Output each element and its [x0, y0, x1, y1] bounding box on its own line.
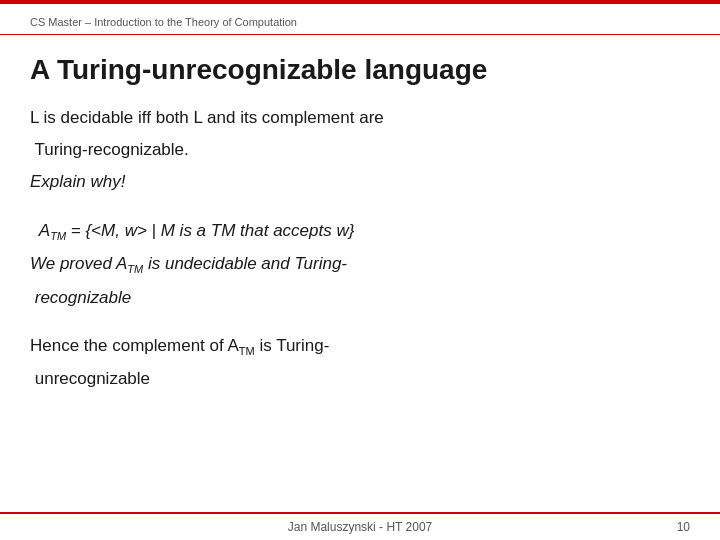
block3-line1: Hence the complement of ATM is Turing-: [30, 333, 690, 360]
footer-page: 10: [660, 520, 690, 534]
content-area: A Turing-unrecognizable language L is de…: [0, 35, 720, 425]
block2-line3: recognizable: [30, 285, 690, 311]
block1-line3: Explain why!: [30, 169, 690, 195]
block2-line1: ATM = {<M, w> | M is a TM that accepts w…: [30, 218, 690, 245]
course-title: CS Master – Introduction to the Theory o…: [30, 16, 297, 28]
footer-center: Jan Maluszynski - HT 2007: [60, 520, 660, 534]
block3-line2: unrecognizable: [30, 366, 690, 392]
block2-line2: We proved ATM is undecidable and Turing-: [30, 251, 690, 278]
block3: Hence the complement of ATM is Turing- u…: [30, 333, 690, 393]
header-area: CS Master – Introduction to the Theory o…: [0, 4, 720, 35]
block1: L is decidable iff both L and its comple…: [30, 105, 690, 196]
slide: CS Master – Introduction to the Theory o…: [0, 0, 720, 540]
block1-line2: Turing-recognizable.: [30, 137, 690, 163]
footer: Jan Maluszynski - HT 2007 10: [0, 512, 720, 540]
slide-title: A Turing-unrecognizable language: [30, 53, 690, 87]
block2: ATM = {<M, w> | M is a TM that accepts w…: [30, 218, 690, 311]
block1-line1: L is decidable iff both L and its comple…: [30, 105, 690, 131]
